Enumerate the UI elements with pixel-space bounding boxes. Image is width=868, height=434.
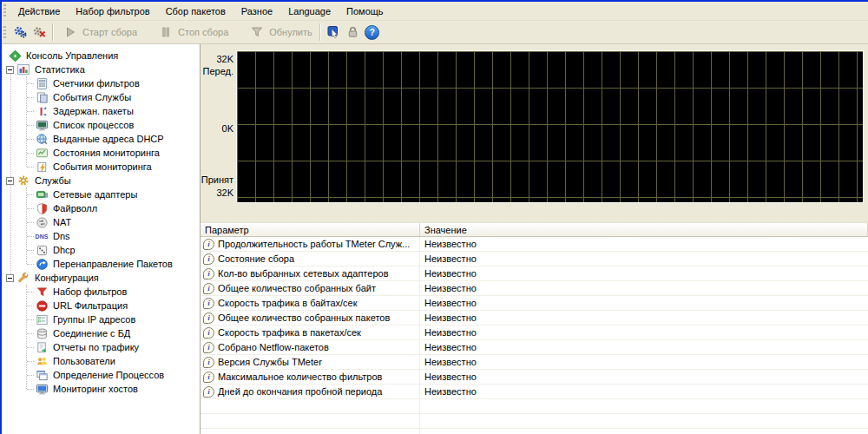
collapse-toggle-icon[interactable] [6, 274, 14, 282]
info-icon [203, 357, 214, 368]
info-icon [203, 342, 214, 353]
filter-test-icon[interactable] [326, 25, 342, 40]
delayed-packets-icon [35, 104, 49, 118]
menu-filterset[interactable]: Набор фильтров [68, 3, 157, 19]
tree-item-label: URL Фильтрация [53, 300, 128, 311]
tree-item-network-adapters[interactable]: Сетевые адаптеры [2, 187, 200, 201]
tree-item-process-definition[interactable]: Определение Процессов [2, 368, 200, 382]
menu-bar: Действие Набор фильтров Сбор пакетов Раз… [2, 2, 868, 21]
tree-group-configuration[interactable]: Конфигурация [2, 271, 200, 285]
tree-item-process-list[interactable]: Список процессов [2, 118, 200, 132]
tree-group-label: Статистика [35, 64, 85, 75]
network-adapter-icon [35, 187, 49, 201]
table-row[interactable]: Скорость трафика в байтах/сек Неизвестно [201, 296, 868, 311]
console-icon [8, 49, 22, 62]
column-header-value[interactable]: Значение [420, 223, 868, 236]
table-row[interactable]: Версия Службы TMeter Неизвестно [201, 355, 868, 370]
table-row[interactable]: Продолжительность работы TMeter Служ... … [201, 237, 868, 252]
tree-item-ip-groups[interactable]: Группы IP адресов [2, 312, 200, 326]
tree-item-service-events[interactable]: События Службы [2, 90, 200, 104]
checklist-icon [35, 312, 49, 326]
table-row[interactable]: Дней до окончания пробной периода Неизве… [201, 385, 868, 399]
tree-item-label: Определение Процессов [53, 370, 164, 380]
tree-item-firewall[interactable]: Файрволл [2, 201, 200, 215]
toolbar-grip[interactable] [3, 26, 6, 39]
tree-item-label: Счетчики фильтров [53, 78, 140, 89]
tree-item-label: Пользователи [53, 356, 115, 366]
tree-item-db-connection[interactable]: Соединение с БД [2, 326, 200, 340]
tree-item-label: Сетевые адаптеры [53, 189, 137, 200]
menu-language[interactable]: Language [280, 3, 339, 19]
info-icon [203, 327, 214, 339]
tree-item-label: Соединение с БД [53, 328, 130, 339]
tree-item-nat[interactable]: NAT [2, 215, 200, 229]
stop-capture-button[interactable]: Стоп сбора [153, 24, 232, 41]
tmeter-window: Действие Набор фильтров Сбор пакетов Раз… [0, 0, 868, 434]
tree-item-delayed-packets[interactable]: Задержан. пакеты [2, 104, 200, 118]
tree-group-services[interactable]: Службы [2, 174, 200, 187]
reset-button[interactable]: Обнулить [244, 24, 316, 41]
tree-item-monitoring-events[interactable]: События мониторинга [2, 160, 200, 174]
table-row-empty [201, 399, 868, 414]
menu-help[interactable]: Помощь [339, 3, 391, 19]
param-name: Собрано Netflow-пакетов [218, 342, 329, 352]
reset-label: Обнулить [269, 27, 312, 37]
param-value: Неизвестно [420, 386, 868, 397]
tree-item-url-filtering[interactable]: URL Фильтрация [2, 299, 200, 312]
table-row[interactable]: Скорость трафика в пакетах/сек Неизвестн… [201, 326, 868, 340]
help-icon[interactable] [365, 25, 380, 40]
tree-item-dhcp-addresses[interactable]: Выданные адреса DHCP [2, 132, 200, 146]
param-name: Версия Службы TMeter [218, 357, 322, 367]
tree-item-label: Набор фильтров [53, 286, 127, 297]
documents-icon [35, 90, 49, 104]
table-row[interactable]: Общее количество собранных пакетов Неизв… [201, 311, 868, 326]
gear-icon [16, 174, 30, 187]
tree-item-label: Мониторинг хостов [53, 384, 138, 394]
tree-item-console[interactable]: Консоль Управления [2, 49, 200, 62]
tree-item-filterset[interactable]: Набор фильтров [2, 285, 200, 299]
toolbar-separator [52, 23, 54, 41]
param-name: Максимальное количество фильтров [218, 372, 382, 382]
tree-item-traffic-reports[interactable]: Отчеты по трафику [2, 340, 200, 354]
menu-action[interactable]: Действие [10, 3, 68, 19]
collapse-toggle-icon[interactable] [6, 177, 14, 185]
receive-scale-label: 32K [216, 187, 233, 198]
menubar-grip[interactable] [3, 4, 6, 17]
graph-axis-labels: 32K Перед. 0K Принят 32K [201, 50, 236, 203]
param-value: Неизвестно [420, 357, 868, 367]
lock-icon[interactable] [345, 25, 361, 40]
tree-item-label: Список процессов [53, 120, 134, 130]
tree-item-monitoring-states[interactable]: Состояния мониторинга [2, 146, 200, 160]
tree-item-label: Выданные адреса DHCP [53, 134, 164, 144]
tree-item-label: Консоль Управления [26, 50, 118, 61]
tree-group-statistics[interactable]: Статистика [2, 62, 200, 76]
tree-item-users[interactable]: Пользователи [2, 354, 200, 368]
tree-item-host-monitoring[interactable]: Мониторинг хостов [2, 382, 200, 396]
param-name: Кол-во выбранных сетевых адаптеров [218, 268, 388, 279]
tree-item-packet-redirect[interactable]: Перенаправление Пакетов [2, 257, 200, 271]
main-area: Консоль Управления Статистика Счет [2, 44, 868, 434]
param-value: Неизвестно [420, 239, 868, 249]
tree-item-dhcp[interactable]: Dhcp [2, 243, 200, 257]
table-row[interactable]: Общее количество собранных байт Неизвест… [201, 281, 868, 296]
tree-item-label: Задержан. пакеты [53, 106, 134, 116]
funnel-icon [35, 285, 49, 299]
tree-item-dns[interactable]: Dns [2, 229, 200, 243]
receive-caption: Принят [201, 174, 233, 185]
table-row[interactable]: Кол-во выбранных сетевых адаптеров Неизв… [201, 266, 868, 281]
info-icon [203, 372, 214, 383]
table-row[interactable]: Собрано Netflow-пакетов Неизвестно [201, 340, 868, 355]
table-row[interactable]: Максимальное количество фильтров Неизвес… [201, 370, 868, 385]
column-header-parameter[interactable]: Параметр [201, 223, 420, 236]
start-capture-label: Старт сбора [82, 27, 137, 37]
service-stop-icon[interactable] [31, 25, 47, 40]
transmit-caption: Перед. [203, 66, 234, 76]
param-name: Скорость трафика в байтах/сек [218, 298, 357, 308]
collapse-toggle-icon[interactable] [6, 66, 14, 74]
menu-capture[interactable]: Сбор пакетов [158, 3, 233, 19]
tree-item-filter-counters[interactable]: Счетчики фильтров [2, 76, 200, 90]
start-capture-button[interactable]: Старт сбора [57, 24, 141, 41]
service-gears-icon[interactable] [12, 25, 28, 40]
menu-misc[interactable]: Разное [233, 3, 280, 19]
table-row[interactable]: Состояние сбора Неизвестно [201, 252, 868, 266]
